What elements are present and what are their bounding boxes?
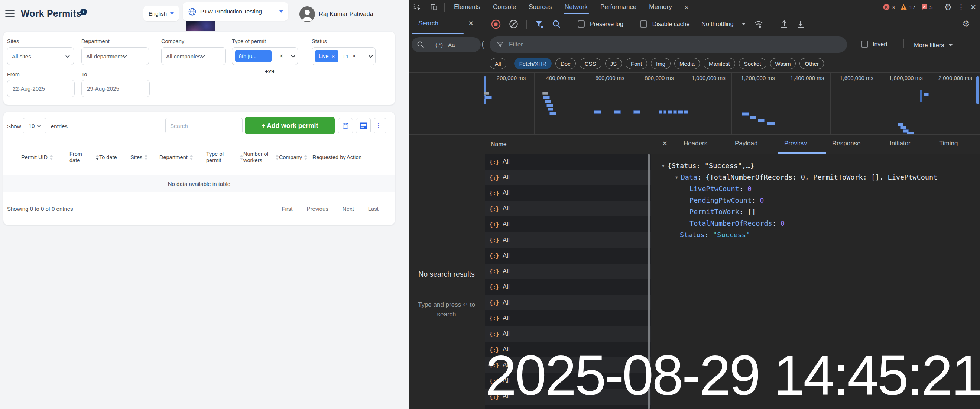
column-settings-button[interactable] bbox=[356, 118, 371, 134]
company-select[interactable]: All companies bbox=[161, 47, 226, 65]
import-har-icon[interactable] bbox=[780, 20, 788, 29]
devtools-tab-sources[interactable]: Sources bbox=[522, 0, 558, 14]
devtools-tab-elements[interactable]: Elements bbox=[448, 0, 487, 14]
settings-gear-icon[interactable]: ⚙ bbox=[944, 2, 952, 12]
request-row[interactable]: {:}All bbox=[485, 264, 651, 279]
department-select[interactable]: All departments bbox=[81, 47, 149, 65]
throttling-select[interactable]: No throttling bbox=[702, 21, 733, 27]
json-line[interactable]: ▼{Status: "Success",…} bbox=[651, 160, 980, 171]
network-overview-timeline[interactable]: 200,000 ms400,000 ms600,000 ms800,000 ms… bbox=[409, 72, 980, 134]
status-multiselect[interactable]: Live × +1 × bbox=[312, 47, 375, 65]
more-tabs-button[interactable]: » bbox=[678, 0, 695, 14]
chip-remove-icon[interactable]: × bbox=[332, 53, 335, 59]
chip-media[interactable]: Media bbox=[674, 58, 700, 69]
detail-tab-preview[interactable]: Preview bbox=[784, 140, 807, 147]
chip-js[interactable]: JS bbox=[605, 58, 622, 69]
request-row[interactable]: {:}All bbox=[485, 248, 651, 264]
json-line[interactable]: ▼Data: {TotalNumberOfRecords: 0, PermitT… bbox=[651, 171, 980, 183]
request-row[interactable]: {:}All bbox=[485, 326, 651, 342]
page-size-select[interactable]: 10 bbox=[23, 118, 46, 134]
detail-tab-timing[interactable]: Timing bbox=[939, 140, 958, 147]
name-column-header[interactable]: Name bbox=[485, 134, 651, 154]
network-filter-input[interactable]: Filter bbox=[490, 37, 847, 53]
table-search-input[interactable] bbox=[165, 118, 243, 134]
detail-tab-response[interactable]: Response bbox=[832, 140, 861, 147]
chip-manifest[interactable]: Manifest bbox=[703, 58, 735, 69]
export-har-icon[interactable] bbox=[797, 20, 805, 29]
match-case-toggle[interactable]: Aa bbox=[448, 42, 455, 48]
from-date-input[interactable]: 22-Aug-2025 bbox=[7, 80, 75, 97]
refresh-icon-partial[interactable]: ( bbox=[482, 39, 484, 49]
device-toolbar-button[interactable] bbox=[426, 3, 441, 11]
filter-toggle-button[interactable] bbox=[535, 20, 544, 29]
record-network-log-button[interactable] bbox=[491, 19, 501, 29]
column-header[interactable]: Department bbox=[159, 154, 206, 161]
close-search-icon[interactable]: ✕ bbox=[468, 19, 474, 27]
status-chip[interactable]: Live × bbox=[315, 50, 339, 62]
type-of-permit-chip[interactable]: 8th ju... bbox=[235, 50, 272, 62]
search-drawer-tab[interactable]: Search ✕ bbox=[409, 14, 485, 34]
column-header[interactable]: Company bbox=[279, 154, 312, 161]
chip-wasm[interactable]: Wasm bbox=[770, 58, 796, 69]
more-filters-button[interactable]: More filters bbox=[914, 42, 953, 49]
clear-icon[interactable]: × bbox=[280, 53, 283, 59]
column-header[interactable]: Number of workers bbox=[243, 151, 279, 163]
search-query-input[interactable]: (.*) Aa bbox=[412, 37, 481, 52]
disable-cache-checkbox[interactable] bbox=[640, 21, 647, 27]
sort-icon[interactable] bbox=[189, 155, 193, 160]
column-header[interactable]: Permit UID bbox=[3, 154, 70, 161]
inspect-element-button[interactable] bbox=[409, 3, 426, 11]
info-icon[interactable]: i bbox=[80, 8, 87, 15]
chip-font[interactable]: Font bbox=[625, 58, 647, 69]
pagination-next[interactable]: Next bbox=[342, 206, 354, 212]
detail-tab-initiator[interactable]: Initiator bbox=[890, 140, 910, 147]
column-header[interactable]: Sites bbox=[130, 154, 159, 161]
request-row[interactable]: {:}All bbox=[485, 185, 651, 201]
request-row[interactable]: {:}All bbox=[485, 216, 651, 232]
sort-icon[interactable] bbox=[49, 155, 53, 160]
request-row[interactable]: {:}All bbox=[485, 201, 651, 216]
avatar[interactable] bbox=[299, 6, 315, 22]
chip-fetch-xhr[interactable]: Fetch/XHR bbox=[514, 58, 552, 69]
devtools-tab-console[interactable]: Console bbox=[487, 0, 522, 14]
close-detail-icon[interactable]: ✕ bbox=[662, 139, 668, 148]
clear-network-log-button[interactable] bbox=[509, 19, 518, 29]
search-network-button[interactable] bbox=[552, 20, 561, 29]
clear-icon[interactable]: × bbox=[352, 53, 356, 59]
close-devtools-icon[interactable]: ✕ bbox=[970, 3, 976, 11]
chip-socket[interactable]: Socket bbox=[739, 58, 767, 69]
issues-count-badge[interactable]: 5 bbox=[921, 4, 932, 10]
request-row[interactable]: {:}All bbox=[485, 279, 651, 295]
network-settings-gear-icon[interactable]: ⚙ bbox=[962, 19, 970, 29]
request-row[interactable]: {:}All bbox=[485, 169, 651, 185]
kebab-menu-icon[interactable]: ⋮ bbox=[957, 3, 965, 11]
sort-icon[interactable] bbox=[275, 155, 279, 160]
sort-icon[interactable] bbox=[95, 155, 99, 160]
column-header[interactable]: Type of permit bbox=[206, 151, 243, 163]
network-conditions-icon[interactable] bbox=[754, 20, 764, 29]
warning-count-badge[interactable]: 17 bbox=[900, 4, 915, 10]
chip-css[interactable]: CSS bbox=[579, 58, 601, 69]
chip-other[interactable]: Other bbox=[799, 58, 824, 69]
sort-icon[interactable] bbox=[304, 155, 308, 160]
chip-img[interactable]: Img bbox=[651, 58, 671, 69]
expand-arrow-icon[interactable]: ▼ bbox=[675, 172, 678, 183]
pagination-first[interactable]: First bbox=[282, 206, 293, 212]
pagination-previous[interactable]: Previous bbox=[307, 206, 328, 212]
language-dropdown[interactable]: English bbox=[143, 6, 179, 21]
add-work-permit-button[interactable]: + Add work permit bbox=[245, 117, 335, 134]
more-options-button[interactable]: … bbox=[374, 118, 387, 134]
sort-icon[interactable] bbox=[144, 155, 148, 160]
devtools-tab-memory[interactable]: Memory bbox=[643, 0, 678, 14]
request-row[interactable]: {:}All bbox=[485, 295, 651, 310]
request-row[interactable]: {:}All bbox=[485, 154, 651, 169]
request-row[interactable]: {:}All bbox=[485, 310, 651, 326]
type-of-permit-multiselect[interactable]: 8th ju... +29 × bbox=[232, 47, 298, 65]
sites-select[interactable]: All sites bbox=[7, 47, 74, 65]
hamburger-menu-icon[interactable] bbox=[5, 10, 15, 19]
detail-tab-headers[interactable]: Headers bbox=[684, 140, 707, 147]
sort-icon[interactable] bbox=[240, 155, 243, 160]
chip-all[interactable]: All bbox=[490, 58, 506, 69]
regex-toggle[interactable]: (.*) bbox=[435, 42, 443, 48]
chip-doc[interactable]: Doc bbox=[555, 58, 576, 69]
